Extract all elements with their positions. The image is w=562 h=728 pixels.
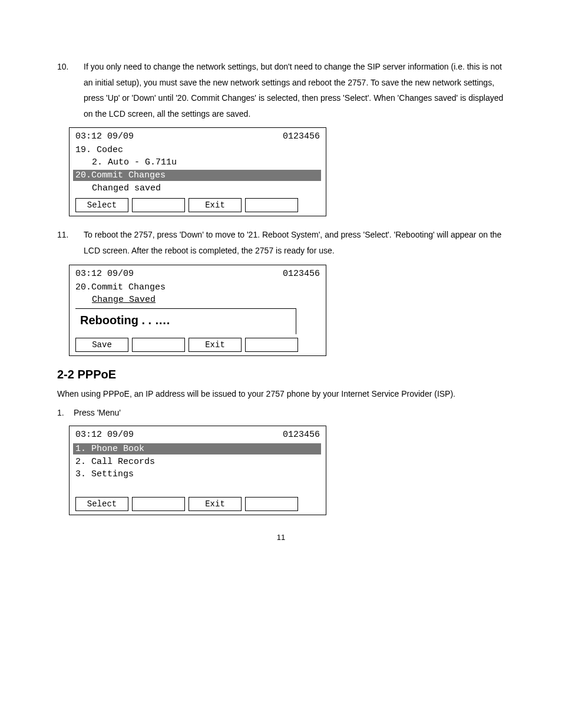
lcd-time: 03:12 09/09 xyxy=(75,269,134,279)
lcd-rebooting-box: Rebooting . . …. xyxy=(75,308,296,334)
step-text: If you only need to change the network s… xyxy=(84,59,505,121)
softkey-blank xyxy=(245,497,298,511)
step-text: To reboot the 2757, press 'Down' to move… xyxy=(84,227,505,258)
lcd-line: 3. Settings xyxy=(70,468,326,480)
softkey-blank xyxy=(245,338,298,352)
softkey-row: Select Exit xyxy=(70,198,326,213)
softkey-exit: Exit xyxy=(189,198,242,212)
lcd-time: 03:12 09/09 xyxy=(75,430,134,440)
lcd-line: Change Saved xyxy=(70,294,326,306)
softkey-blank xyxy=(132,497,185,511)
lcd-id: 0123456 xyxy=(283,131,320,141)
lcd-screen-1: 03:12 09/09 0123456 19. Codec 2. Auto - … xyxy=(69,127,326,216)
step-11: 11. To reboot the 2757, press 'Down' to … xyxy=(57,227,505,258)
lcd-line: Changed saved xyxy=(70,182,326,195)
lcd-line: 20.Commit Changes xyxy=(70,281,326,294)
page-number: 11 xyxy=(57,533,505,542)
step-10: 10. If you only need to change the netwo… xyxy=(57,59,505,121)
softkey-blank xyxy=(132,198,185,212)
substep-text: Press 'Menu' xyxy=(74,405,121,421)
section-body: When using PPPoE, an IP address will be … xyxy=(57,386,505,402)
softkey-blank xyxy=(132,338,185,352)
lcd-line: 2. Call Records xyxy=(70,456,326,468)
lcd-time: 03:12 09/09 xyxy=(75,131,134,141)
step-number: 10. xyxy=(57,59,84,121)
lcd-highlighted-item: 20.Commit Changes xyxy=(73,170,321,181)
lcd-screen-2: 03:12 09/09 0123456 20.Commit Changes Ch… xyxy=(69,265,326,356)
lcd-id: 0123456 xyxy=(283,430,320,440)
softkey-row: Save Exit xyxy=(70,338,326,353)
softkey-row: Select Exit xyxy=(70,497,326,512)
section-heading: 2-2 PPPoE xyxy=(57,368,505,381)
lcd-id: 0123456 xyxy=(283,269,320,279)
softkey-exit: Exit xyxy=(189,497,242,511)
substep-1: 1. Press 'Menu' xyxy=(57,405,505,421)
step-number: 11. xyxy=(57,227,84,258)
softkey-select: Select xyxy=(75,497,128,511)
softkey-exit: Exit xyxy=(189,338,242,352)
lcd-screen-3: 03:12 09/09 0123456 1. Phone Book 2. Cal… xyxy=(69,426,326,515)
softkey-select: Select xyxy=(75,198,128,212)
substep-number: 1. xyxy=(57,405,74,421)
softkey-blank xyxy=(245,198,298,212)
lcd-line: 19. Codec xyxy=(70,144,326,156)
lcd-highlighted-item: 1. Phone Book xyxy=(73,443,321,454)
softkey-save: Save xyxy=(75,338,128,352)
lcd-line: 2. Auto - G.711u xyxy=(70,156,326,169)
